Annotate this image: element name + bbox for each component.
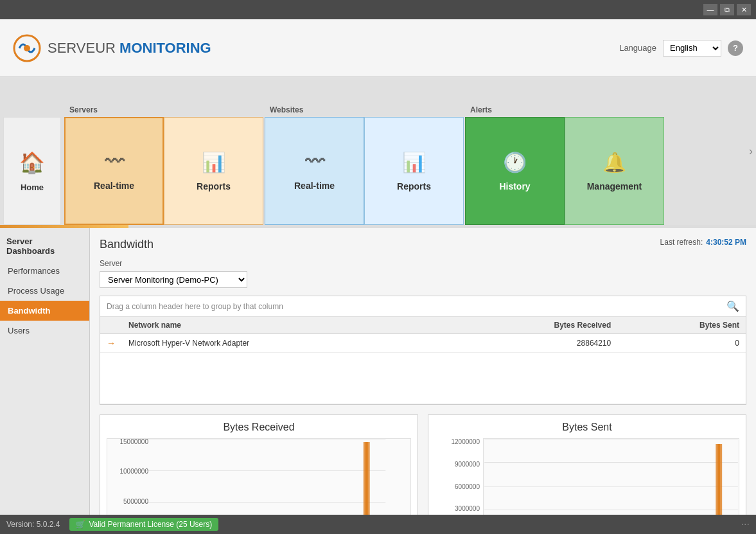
page-title: Bandwidth [100, 238, 746, 251]
last-refresh-time: 4:30:52 PM [706, 238, 746, 247]
home-icon: 🏠 [19, 150, 45, 175]
y-label-12m: 12000000 [452, 438, 480, 445]
content-area: Bandwidth Last refresh: 4:30:52 PM Serve… [90, 228, 756, 515]
logo-icon [13, 34, 41, 62]
nav-alerts-management[interactable]: 🔔 Management [565, 117, 664, 225]
charts-row: Bytes Received 15000000 10000000 5000000… [100, 414, 746, 515]
bytes-received-y-axis: 15000000 10000000 5000000 0 [107, 438, 152, 515]
alerts-label: Alerts [465, 100, 664, 117]
logo-text: SERVEUR MONITORING [48, 40, 211, 57]
y-label-10m: 10000000 [120, 468, 149, 475]
bytes-sent-svg [483, 438, 739, 515]
main-area: Server Dashboards Performances Process U… [0, 228, 756, 515]
table-empty-row [100, 353, 746, 404]
svg-marker-7 [364, 442, 370, 515]
table-drag-header: Drag a column header here to group by th… [100, 296, 746, 317]
row-bytes-received: 28864210 [448, 334, 618, 353]
license-badge: 🛒 Valid Permanent License (25 Users) [69, 518, 218, 531]
minimize-button[interactable]: — [703, 4, 717, 15]
management-label: Management [587, 181, 642, 191]
servers-realtime-icon: 〰 [105, 151, 124, 173]
sidebar-title: Server Dashboards [0, 231, 89, 261]
nav-websites-reports[interactable]: 📊 Reports [364, 117, 464, 225]
nav-alerts-history[interactable]: 🕐 History [465, 117, 565, 225]
col-bytes-sent: Bytes Sent [617, 317, 746, 334]
row-arrow: → [100, 334, 122, 353]
col-bytes-received: Bytes Received [448, 317, 618, 334]
sidebar: Server Dashboards Performances Process U… [0, 228, 90, 515]
bytes-received-chart-area: 15000000 10000000 5000000 0 [107, 438, 411, 515]
row-network-name: Microsoft Hyper-V Network Adapter [122, 334, 448, 353]
title-bar: — ⧉ ✕ [0, 0, 756, 19]
version-label: Version: 5.0.2.4 [6, 520, 60, 529]
websites-reports-icon: 📊 [402, 151, 426, 174]
table-row: → Microsoft Hyper-V Network Adapter 2886… [100, 334, 746, 353]
bytes-received-svg [107, 438, 411, 515]
y-label-6m: 6000000 [455, 483, 480, 490]
language-label: Language [619, 43, 656, 53]
nav-home[interactable]: 🏠 Home [3, 117, 61, 225]
bytes-sent-y-axis: 12000000 9000000 6000000 3000000 0 [435, 438, 483, 515]
license-icon: 🛒 [76, 520, 85, 529]
history-label: History [499, 181, 530, 191]
refresh-info: Last refresh: 4:30:52 PM [660, 238, 746, 247]
help-button[interactable]: ? [728, 40, 743, 56]
bytes-sent-chart: Bytes Sent 12000000 9000000 6000000 3000… [428, 414, 746, 515]
header-right: Language English ? [619, 40, 743, 57]
sidebar-item-bandwidth[interactable]: Bandwidth [0, 301, 89, 321]
home-label: Home [21, 182, 44, 192]
bytes-received-chart: Bytes Received 15000000 10000000 5000000… [100, 414, 418, 515]
col-network-name: Network name [122, 317, 448, 334]
servers-reports-icon: 📊 [202, 151, 225, 174]
bytes-received-title: Bytes Received [107, 422, 411, 433]
nav-servers-reports[interactable]: 📊 Reports [164, 117, 263, 225]
table-search-button[interactable]: 🔍 [726, 300, 739, 312]
servers-realtime-label: Real-time [94, 181, 134, 191]
svg-marker-14 [716, 444, 722, 515]
alerts-group: Alerts 🕐 History 🔔 Management [465, 100, 664, 225]
bandwidth-table: Network name Bytes Received Bytes Sent →… [100, 317, 746, 404]
server-label: Server [100, 259, 746, 268]
y-label-3m: 3000000 [455, 505, 480, 512]
nav-servers-realtime[interactable]: 〰 Real-time [64, 117, 164, 225]
drag-hint-text: Drag a column header here to group by th… [107, 302, 283, 311]
table-header-row: Network name Bytes Received Bytes Sent [100, 317, 746, 334]
y-label-15m: 15000000 [120, 438, 149, 445]
websites-reports-label: Reports [397, 181, 431, 191]
y-label-9m: 9000000 [455, 461, 480, 468]
nav-chevron-right[interactable]: › [749, 145, 753, 158]
license-text: Valid Permanent License (25 Users) [89, 520, 212, 529]
language-select[interactable]: English [663, 40, 721, 57]
sidebar-item-users[interactable]: Users [0, 321, 89, 341]
footer-dots[interactable]: ··· [741, 519, 750, 530]
content-header: Bandwidth Last refresh: 4:30:52 PM [100, 238, 746, 251]
servers-reports-label: Reports [197, 181, 231, 191]
row-bytes-sent: 0 [617, 334, 746, 353]
logo: SERVEUR MONITORING [13, 34, 211, 62]
server-select[interactable]: Server Monitoring (Demo-PC) [100, 271, 247, 288]
websites-label: Websites [265, 100, 464, 117]
restore-button[interactable]: ⧉ [720, 4, 734, 15]
col-arrow [100, 317, 122, 334]
bytes-sent-chart-area: 12000000 9000000 6000000 3000000 0 [435, 438, 739, 515]
servers-label: Servers [64, 100, 263, 117]
sidebar-item-process-usage[interactable]: Process Usage [0, 281, 89, 301]
sidebar-item-performances[interactable]: Performances [0, 261, 89, 281]
nav-websites-realtime[interactable]: 〰 Real-time [265, 117, 364, 225]
close-button[interactable]: ✕ [737, 4, 751, 15]
servers-group: Servers 〰 Real-time 📊 Reports [64, 100, 263, 225]
header: SERVEUR MONITORING Language English ? [0, 19, 756, 77]
navigation: 🏠 Home Servers 〰 Real-time 📊 Reports Web… [0, 77, 756, 225]
websites-realtime-icon: 〰 [305, 151, 324, 173]
websites-group: Websites 〰 Real-time 📊 Reports [265, 100, 464, 225]
y-label-5m: 5000000 [123, 498, 148, 505]
last-refresh-label: Last refresh: [660, 238, 703, 247]
footer: Version: 5.0.2.4 🛒 Valid Permanent Licen… [0, 515, 756, 534]
bandwidth-table-section: Drag a column header here to group by th… [100, 296, 746, 405]
bytes-sent-title: Bytes Sent [435, 422, 739, 433]
websites-realtime-label: Real-time [294, 181, 335, 191]
management-icon: 🔔 [602, 151, 626, 174]
history-icon: 🕐 [503, 151, 527, 174]
svg-point-1 [24, 45, 30, 51]
